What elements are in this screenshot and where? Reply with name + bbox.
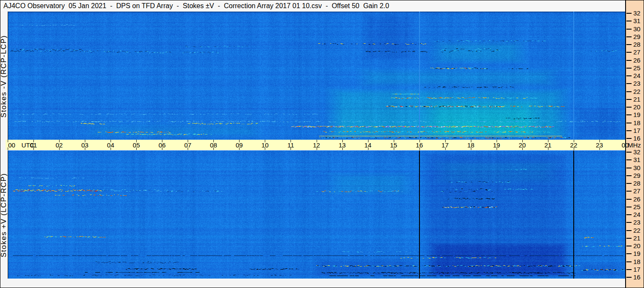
freq-label: 28	[633, 180, 644, 187]
freq-label: 23	[633, 219, 644, 226]
freq-tick	[626, 130, 632, 131]
freq-label: 24	[633, 72, 644, 79]
freq-tick	[626, 52, 632, 53]
time-label: 03	[79, 141, 90, 149]
freq-label: 27	[633, 48, 644, 56]
freq-label: 17	[633, 266, 644, 273]
freq-tick	[626, 60, 632, 61]
time-label: 06	[156, 141, 168, 149]
freq-label: 24	[633, 211, 644, 218]
page-title: AJ4CO Observatory 05 Jan 2021 - DPS on T…	[3, 2, 389, 10]
freq-label: 29	[633, 172, 644, 179]
freq-tick	[626, 261, 632, 262]
freq-label: 16	[633, 273, 644, 281]
time-label: 07	[182, 141, 193, 149]
spectrogram-panel-plus-v	[8, 150, 625, 279]
freq-tick	[626, 29, 632, 30]
time-label: 21	[542, 141, 554, 149]
freq-label: 30	[633, 25, 644, 33]
freq-label: 18	[633, 258, 644, 265]
freq-tick	[626, 13, 632, 14]
time-label: 19	[491, 141, 502, 149]
freq-tick	[626, 253, 632, 254]
freq-tick	[626, 107, 632, 108]
freq-label: 32	[633, 9, 644, 17]
freq-label: 31	[633, 17, 644, 24]
freq-label: 29	[633, 33, 644, 40]
freq-tick	[626, 277, 632, 278]
time-label: 12	[311, 141, 322, 149]
title-bar: AJ4CO Observatory 05 Jan 2021 - DPS on T…	[0, 0, 625, 11]
time-label: 02	[54, 141, 65, 149]
freq-label: 21	[633, 96, 644, 103]
freq-tick	[626, 175, 632, 176]
time-label: 13	[337, 141, 348, 149]
freq-tick	[626, 230, 632, 231]
panel1-ylabel-stokes-minus-v: Stokes -V (RCP-LCP)	[0, 12, 8, 141]
freq-label: 20	[633, 242, 644, 249]
freq-tick	[626, 191, 632, 192]
freq-label: 22	[633, 227, 644, 234]
time-label: 08	[208, 141, 219, 149]
time-label: 15	[388, 141, 399, 149]
freq-label: 32	[633, 148, 644, 156]
freq-label: 25	[633, 203, 644, 210]
freq-label: 19	[633, 111, 644, 118]
panel2-ylabel-stokes-plus-v: Stokes +V (LCP-RCP)	[0, 151, 8, 279]
freq-tick	[626, 99, 632, 100]
freq-tick	[626, 44, 632, 45]
freq-label: 23	[633, 80, 644, 87]
time-axis: 00UTC01020304050607080910111213141516171…	[6, 140, 626, 150]
plot-right-border	[625, 0, 626, 288]
freq-tick	[626, 222, 632, 223]
freq-tick	[626, 83, 632, 84]
freq-tick	[626, 75, 632, 76]
freq-label: 18	[633, 119, 644, 126]
freq-tick	[626, 168, 632, 168]
freq-label: 26	[633, 195, 644, 203]
freq-label: 16	[633, 135, 644, 142]
freq-tick	[626, 152, 632, 153]
freq-axis-unit-label: MHz	[628, 141, 641, 149]
freq-tick	[626, 246, 632, 246]
freq-tick	[626, 138, 632, 139]
freq-tick	[626, 199, 632, 200]
freq-label: 20	[633, 103, 644, 111]
freq-tick	[626, 123, 632, 123]
time-label: 10	[259, 141, 270, 149]
time-label: 18	[465, 141, 476, 149]
freq-label: 19	[633, 250, 644, 257]
freq-tick	[626, 68, 632, 69]
time-label: 05	[131, 141, 142, 149]
time-label: 04	[105, 141, 116, 149]
time-label: 16	[414, 141, 425, 149]
freq-tick	[626, 21, 632, 21]
freq-label: 31	[633, 156, 644, 163]
spectrogram-panel-minus-v	[8, 12, 625, 140]
freq-tick	[626, 114, 632, 115]
freq-tick	[626, 91, 632, 92]
time-label: 23	[594, 141, 605, 149]
freq-label: 27	[633, 187, 644, 195]
freq-tick	[626, 214, 632, 215]
time-label: 01	[28, 141, 39, 149]
freq-label: 17	[633, 127, 644, 134]
freq-label: 28	[633, 41, 644, 48]
time-label: 17	[440, 141, 451, 149]
freq-tick	[626, 238, 632, 239]
freq-label: 21	[633, 234, 644, 242]
freq-tick	[626, 36, 632, 37]
freq-tick	[626, 159, 632, 160]
spectrograph-window: AJ4CO Observatory 05 Jan 2021 - DPS on T…	[0, 0, 644, 288]
time-label: 14	[362, 141, 374, 149]
time-label: 11	[285, 141, 296, 149]
freq-tick	[626, 207, 632, 207]
freq-label: 25	[633, 64, 644, 72]
time-label: 20	[517, 141, 528, 149]
freq-tick	[626, 183, 632, 184]
freq-label: 30	[633, 164, 644, 171]
freq-label: 22	[633, 88, 644, 95]
time-label: 22	[568, 141, 579, 149]
freq-tick	[626, 269, 632, 270]
freq-label: 26	[633, 57, 644, 64]
